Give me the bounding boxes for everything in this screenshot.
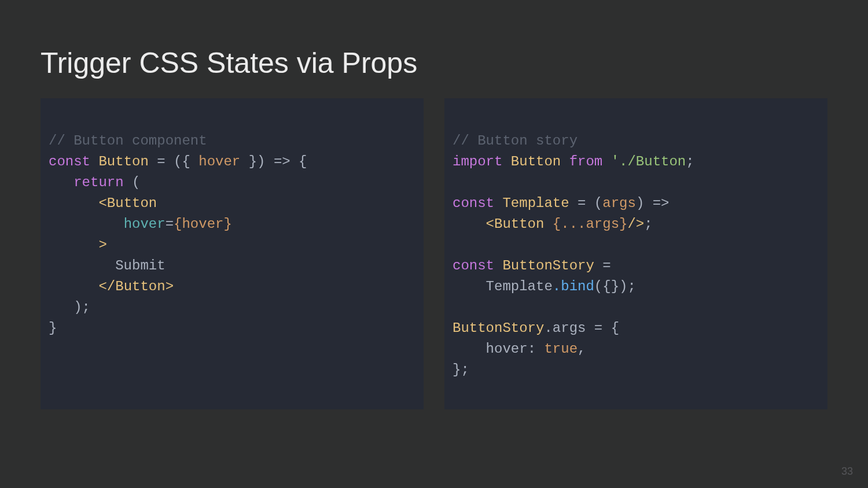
ident-buttonstory: ButtonStory [494, 258, 602, 273]
punct: } [49, 320, 57, 336]
punct: }; [453, 362, 469, 378]
kw-return: return [49, 175, 124, 190]
code-panel-left: // Button component const Button = ({ ho… [41, 98, 424, 409]
punct: = ({ [157, 154, 198, 169]
kw-from: from [569, 154, 603, 169]
punct: }) => { [240, 154, 307, 169]
punct: = { [594, 320, 619, 336]
jsx-close-tag: </Button> [49, 279, 174, 294]
jsx-self-close: /> [627, 216, 644, 232]
punct: = [165, 216, 174, 232]
param-hover: hover [198, 154, 240, 169]
code-panels: // Button component const Button = ({ ho… [41, 98, 827, 409]
kw-import: import [453, 154, 502, 169]
method-bind: .bind [553, 279, 594, 294]
param-args: args [602, 195, 636, 211]
string-path: './Button [602, 154, 686, 169]
bool-true: true [544, 341, 578, 357]
jsx-gt: > [49, 237, 107, 253]
comment: // Button component [49, 133, 207, 149]
punct: ( [124, 175, 141, 190]
jsx-attr-value: {hover} [174, 216, 232, 232]
kw-const: const [453, 195, 494, 211]
jsx-text: Submit [49, 258, 165, 273]
prop-key: hover [453, 341, 528, 357]
ident-button: Button [90, 154, 157, 169]
punct: = [602, 258, 610, 273]
slide: Trigger CSS States via Props // Button c… [0, 0, 868, 488]
jsx-open-tag: <Button [453, 216, 553, 232]
prop-args: .args [544, 320, 594, 336]
jsx-spread: {...args} [553, 216, 628, 232]
slide-title: Trigger CSS States via Props [41, 46, 827, 80]
punct: ; [686, 154, 694, 169]
page-number: 33 [841, 465, 853, 478]
punct: ); [49, 300, 90, 315]
kw-const: const [453, 258, 494, 273]
ident-template: Template [494, 195, 578, 211]
jsx-attr-name: hover [49, 216, 165, 232]
jsx-open-tag: <Button [49, 195, 157, 211]
punct: ; [644, 216, 652, 232]
comment: // Button story [453, 133, 578, 149]
ident-button: Button [502, 154, 569, 169]
code-panel-right: // Button story import Button from './Bu… [444, 98, 827, 409]
ident-buttonstory: ButtonStory [453, 320, 544, 336]
kw-const: const [49, 154, 90, 169]
punct: : [528, 341, 545, 357]
punct: = ( [578, 195, 602, 211]
punct: , [578, 341, 586, 357]
punct: ({}); [594, 279, 636, 294]
punct: ) => [636, 195, 670, 211]
ident-template: Template [453, 279, 553, 294]
